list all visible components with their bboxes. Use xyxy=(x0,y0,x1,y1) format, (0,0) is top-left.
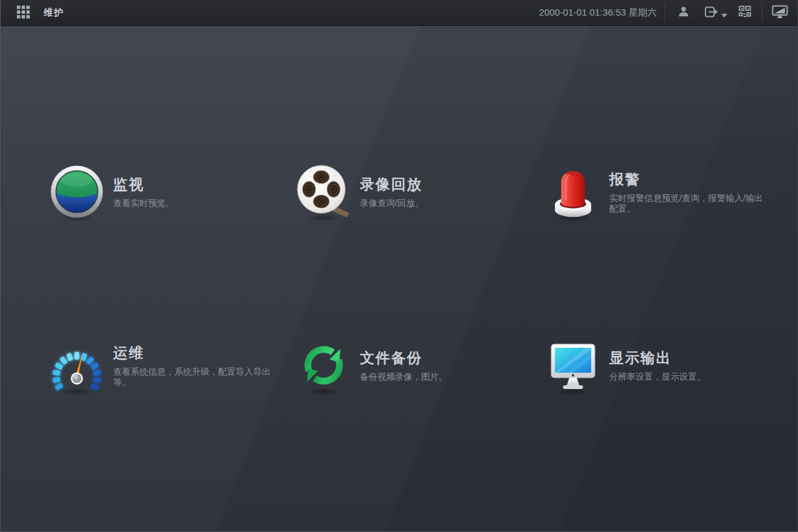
menu-item-text: 报警 实时报警信息预览/查询，报警输入/输出配置。 xyxy=(609,170,768,214)
menu-item-text: 录像回放 录像查询/回放。 xyxy=(360,175,519,209)
menu-item-text: 显示输出 分辨率设置，显示设置。 xyxy=(609,348,768,382)
user-account-button[interactable] xyxy=(677,6,690,20)
menu-item-alarm[interactable]: 报警 实时报警信息预览/查询，报警输入/输出配置。 xyxy=(546,164,768,219)
menu-item-title: 报警 xyxy=(609,170,768,189)
menu-item-monitor[interactable]: 监视 查看实时预览。 xyxy=(49,164,272,219)
logout-icon xyxy=(704,6,719,20)
menu-item-title: 录像回放 xyxy=(360,175,519,194)
menu-item-title: 文件备份 xyxy=(360,348,519,368)
grid-icon xyxy=(17,6,30,21)
menu-item-maintain[interactable]: 运维 查看系统信息，系统升级，配置导入导出等。 xyxy=(49,338,272,393)
top-bar: 维护 2000-01-01 01:36:53 星期六 xyxy=(1,0,797,26)
user-icon xyxy=(677,6,690,20)
menu-item-file-backup[interactable]: 文件备份 备份视频录像，图片。 xyxy=(296,338,519,393)
qr-code-button[interactable] xyxy=(739,6,751,20)
top-bar-left: 维护 xyxy=(17,6,64,21)
datetime-text: 2000-01-01 01:36:53 星期六 xyxy=(539,7,657,19)
apps-grid-button[interactable] xyxy=(17,6,30,21)
menu-item-desc: 实时报警信息预览/查询，报警输入/输出配置。 xyxy=(609,193,768,214)
menu-item-display-output[interactable]: 显示输出 分辨率设置，显示设置。 xyxy=(546,338,768,393)
divider xyxy=(762,4,762,22)
qr-code-icon xyxy=(739,6,751,20)
menu-item-desc: 录像查询/回放。 xyxy=(360,198,519,209)
film-reel-icon xyxy=(296,164,351,219)
sync-icon xyxy=(296,338,351,393)
display-monitor-icon xyxy=(546,338,601,393)
gauge-icon xyxy=(49,338,104,393)
menu-item-title: 监视 xyxy=(113,175,272,194)
menu-content-area: 监视 查看实时预览。 xyxy=(1,26,797,531)
menu-item-desc: 备份视频录像，图片。 xyxy=(360,372,519,382)
lens-icon xyxy=(49,164,104,219)
page-title: 维护 xyxy=(44,7,64,19)
menu-item-title: 显示输出 xyxy=(609,348,768,368)
menu-item-text: 监视 查看实时预览。 xyxy=(113,175,272,209)
siren-icon xyxy=(546,164,601,219)
logout-button[interactable] xyxy=(704,6,727,20)
display-switch-icon xyxy=(772,5,788,21)
menu-item-title: 运维 xyxy=(113,343,272,363)
main-menu-screen: 维护 2000-01-01 01:36:53 星期六 xyxy=(0,0,798,532)
menu-item-desc: 查看实时预览。 xyxy=(113,198,272,209)
chevron-down-icon xyxy=(721,10,727,19)
menu-item-desc: 查看系统信息，系统升级，配置导入导出等。 xyxy=(113,367,272,388)
display-switch-button[interactable] xyxy=(772,5,788,21)
menu-item-playback[interactable]: 录像回放 录像查询/回放。 xyxy=(296,164,519,219)
menu-item-desc: 分辨率设置，显示设置。 xyxy=(609,372,768,382)
menu-item-text: 文件备份 备份视频录像，图片。 xyxy=(360,348,519,382)
menu-item-text: 运维 查看系统信息，系统升级，配置导入导出等。 xyxy=(113,343,272,388)
divider xyxy=(664,4,665,22)
top-bar-right: 2000-01-01 01:36:53 星期六 xyxy=(539,4,788,22)
